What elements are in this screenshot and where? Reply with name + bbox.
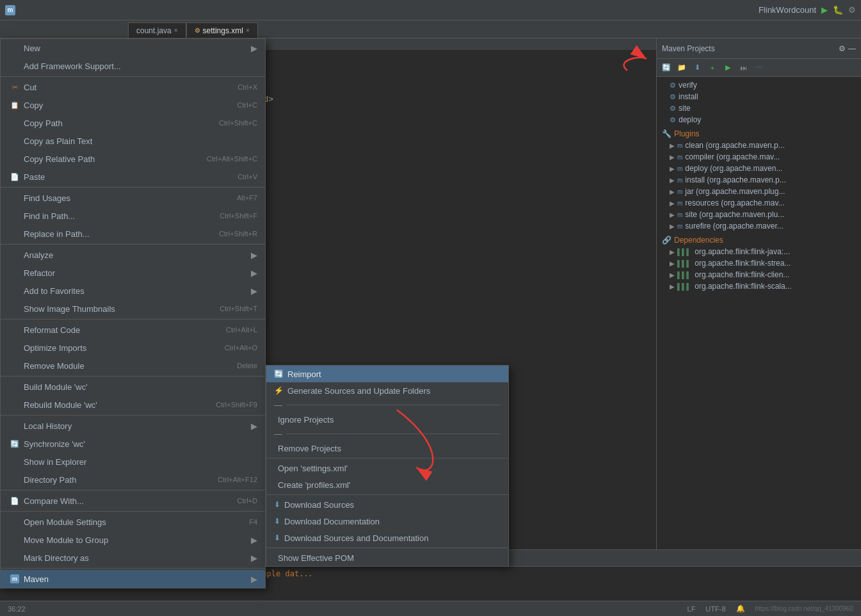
menu-copy-path-shortcut: Ctrl+Shift+C [219, 119, 257, 127]
menu-item-thumbnails[interactable]: Show Image Thumbnails Ctrl+Shift+T [1, 300, 265, 318]
submenu-remove-projects[interactable]: Remove Projects [266, 440, 508, 457]
submenu-generate-sources[interactable]: ⚡ Generate Sources and Update Folders [266, 382, 508, 399]
menu-module-settings-label: Open Module Settings [24, 517, 236, 527]
menu-item-copy-plain[interactable]: Copy as Plain Text [1, 132, 265, 150]
submenu-download-sources-label: Download Sources [284, 500, 354, 510]
menu-item-local-history[interactable]: Local History ▶ [1, 417, 265, 435]
build-icon [8, 380, 21, 393]
copy-plain-icon [8, 134, 21, 147]
submenu-ignore-projects[interactable]: Ignore Projects [266, 411, 508, 428]
menu-item-cut[interactable]: ✂ Cut Ctrl+X [1, 78, 265, 96]
submenu-open-settings[interactable]: Open 'settings.xml' [266, 460, 508, 476]
submenu-download-sources[interactable]: ⬇ Download Sources [266, 496, 508, 513]
copy-icon: 📋 [8, 99, 21, 111]
menu-item-remove-module[interactable]: Remove Module Delete [1, 357, 265, 375]
find-path-icon [8, 209, 21, 222]
menu-item-favorites[interactable]: Add to Favorites ▶ [1, 282, 265, 300]
menu-sep-2 [1, 187, 265, 188]
menu-item-new[interactable]: New ▶ [1, 39, 265, 57]
module-settings-icon [8, 515, 21, 528]
menu-directory-path-label: Directory Path [24, 475, 205, 485]
menu-item-compare[interactable]: 📄 Compare With... Ctrl+D [1, 492, 265, 510]
menu-refactor-label: Refactor [24, 268, 246, 278]
menu-sep-9 [1, 568, 265, 569]
maven-submenu: 🔄 Reimport ⚡ Generate Sources and Update… [266, 365, 509, 567]
menu-new-arrow: ▶ [251, 44, 257, 53]
menu-item-copy-relative[interactable]: Copy Relative Path Ctrl+Alt+Shift+C [1, 150, 265, 168]
menu-refactor-arrow: ▶ [251, 268, 257, 278]
menu-item-copy[interactable]: 📋 Copy Ctrl+C [1, 96, 265, 114]
menu-item-synchronize[interactable]: 🔄 Synchronize 'wc' [1, 435, 265, 453]
thumbnails-icon [8, 302, 21, 315]
submenu-create-profiles[interactable]: Create 'profiles.xml' [266, 476, 508, 493]
favorites-icon [8, 284, 21, 297]
analyze-icon [8, 248, 21, 261]
menu-module-settings-shortcut: F4 [249, 518, 257, 526]
menu-new-label: New [24, 44, 246, 53]
menu-paste-shortcut: Ctrl+V [237, 173, 257, 181]
menu-sep-3 [1, 244, 265, 245]
menu-cut-label: Cut [24, 83, 225, 92]
menu-directory-path-shortcut: Ctrl+Alt+F12 [218, 476, 257, 483]
mark-dir-icon [8, 551, 21, 564]
refactor-icon [8, 266, 21, 279]
menu-item-copy-path[interactable]: Copy Path Ctrl+Shift+C [1, 114, 265, 132]
menu-copy-plain-label: Copy as Plain Text [24, 136, 257, 146]
menu-mark-dir-label: Mark Directory as [24, 553, 246, 563]
menu-local-history-arrow: ▶ [251, 421, 257, 431]
menu-item-find-usages[interactable]: Find Usages Alt+F7 [1, 189, 265, 207]
menu-compare-shortcut: Ctrl+D [237, 497, 257, 505]
menu-thumbnails-shortcut: Ctrl+Shift+T [220, 305, 257, 312]
menu-copy-relative-label: Copy Relative Path [24, 154, 194, 164]
move-group-icon [8, 533, 21, 546]
menu-item-optimize[interactable]: Optimize Imports Ctrl+Alt+O [1, 339, 265, 357]
menu-rebuild-label: Rebuild Module 'wc' [24, 400, 203, 410]
menu-item-mark-dir[interactable]: Mark Directory as ▶ [1, 549, 265, 567]
menu-item-directory-path[interactable]: Directory Path Ctrl+Alt+F12 [1, 471, 265, 489]
menu-add-framework-label: Add Framework Support... [24, 61, 257, 71]
menu-item-paste[interactable]: 📄 Paste Ctrl+V [1, 168, 265, 186]
menu-find-usages-shortcut: Alt+F7 [237, 194, 257, 202]
generate-sources-icon: ⚡ [274, 386, 284, 395]
menu-optimize-label: Optimize Imports [24, 343, 212, 353]
submenu-reimport[interactable]: 🔄 Reimport [266, 366, 508, 382]
menu-item-reformat[interactable]: Reformat Code Ctrl+Alt+L [1, 321, 265, 339]
menu-favorites-arrow: ▶ [251, 286, 257, 296]
submenu-open-settings-label: Open 'settings.xml' [278, 464, 348, 473]
submenu-create-profiles-label: Create 'profiles.xml' [278, 480, 350, 490]
replace-path-icon [8, 227, 21, 240]
menu-find-path-shortcut: Ctrl+Shift+F [220, 212, 257, 220]
submenu-sep-4 [266, 494, 508, 495]
menu-reformat-shortcut: Ctrl+Alt+L [226, 326, 257, 334]
local-history-icon [8, 419, 21, 432]
submenu-download-both[interactable]: ⬇ Download Sources and Documentation [266, 530, 508, 546]
submenu-sep-3 [266, 458, 508, 458]
menu-item-move-group[interactable]: Move Module to Group ▶ [1, 531, 265, 549]
submenu-download-docs-label: Download Documentation [284, 517, 380, 526]
menu-item-analyze[interactable]: Analyze ▶ [1, 246, 265, 264]
optimize-icon [8, 341, 21, 354]
menu-remove-module-shortcut: Delete [237, 362, 257, 369]
menu-item-add-framework[interactable]: Add Framework Support... [1, 57, 265, 75]
submenu-download-docs[interactable]: ⬇ Download Documentation [266, 513, 508, 530]
menu-sep-1 [1, 76, 265, 77]
menu-item-module-settings[interactable]: Open Module Settings F4 [1, 513, 265, 531]
menu-item-build[interactable]: Build Module 'wc' [1, 378, 265, 396]
submenu-effective-pom[interactable]: Show Effective POM [266, 549, 508, 566]
submenu-generate-sources-label: Generate Sources and Update Folders [287, 386, 430, 396]
download-both-icon: ⬇ [274, 533, 280, 542]
paste-icon: 📄 [8, 170, 21, 183]
menu-item-rebuild[interactable]: Rebuild Module 'wc' Ctrl+Shift+F9 [1, 396, 265, 414]
menu-copy-relative-shortcut: Ctrl+Alt+Shift+C [207, 155, 257, 163]
menu-item-refactor[interactable]: Refactor ▶ [1, 264, 265, 282]
context-menu: New ▶ Add Framework Support... ✂ Cut Ctr… [0, 38, 266, 588]
submenu-ignore-label: Ignore Projects [278, 415, 334, 425]
reimport-icon: 🔄 [274, 369, 284, 378]
menu-rebuild-shortcut: Ctrl+Shift+F9 [216, 401, 257, 409]
menu-thumbnails-label: Show Image Thumbnails [24, 304, 207, 314]
menu-item-find-path[interactable]: Find in Path... Ctrl+Shift+F [1, 207, 265, 225]
menu-item-maven[interactable]: m Maven ▶ [1, 570, 265, 588]
menu-item-show-explorer[interactable]: Show in Explorer [1, 453, 265, 471]
menu-item-replace-path[interactable]: Replace in Path... Ctrl+Shift+R [1, 225, 265, 243]
add-framework-icon [8, 60, 21, 72]
